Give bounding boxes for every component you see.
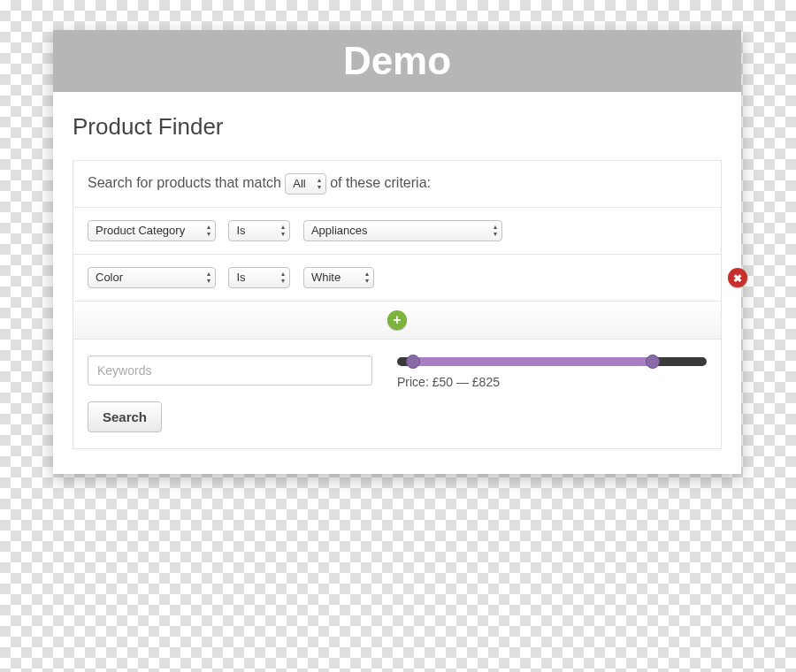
remove-rule-button[interactable] (728, 268, 747, 287)
chevron-updown-icon (207, 271, 210, 285)
criteria-prefix: Search for products that match (88, 175, 281, 190)
rule-value-value: Appliances (311, 224, 368, 237)
rule-row: Color Is White (73, 255, 721, 302)
search-button[interactable]: Search (88, 401, 162, 432)
price-slider-handle-min[interactable] (406, 355, 420, 369)
add-rule-button[interactable] (387, 310, 407, 330)
rule-field-select[interactable]: Product Category (88, 220, 216, 241)
chevron-updown-icon (281, 271, 285, 285)
rule-row: Product Category Is Appliances (73, 208, 721, 255)
criteria-suffix: of these criteria: (330, 175, 431, 190)
price-slider-range (413, 357, 653, 366)
rule-value-select[interactable]: White (303, 267, 374, 288)
price-label: Price: £50 — £825 (397, 375, 707, 389)
rule-field-select[interactable]: Color (88, 267, 216, 288)
rule-op-value: Is (236, 271, 245, 284)
rule-value-value: White (311, 271, 341, 284)
rule-op-select[interactable]: Is (228, 220, 290, 241)
rule-field-value: Color (96, 271, 123, 284)
chevron-updown-icon (281, 224, 285, 238)
chevron-updown-icon (207, 224, 210, 238)
app-window: Demo Product Finder Search for products … (53, 30, 741, 474)
criteria-header-row: Search for products that match All of th… (73, 161, 721, 208)
rule-op-value: Is (236, 224, 245, 237)
keywords-input[interactable] (88, 355, 372, 386)
chevron-updown-icon (318, 177, 321, 191)
match-mode-value: All (293, 177, 305, 190)
keywords-column: Search (88, 355, 372, 432)
add-rule-row (73, 302, 721, 340)
rule-field-value: Product Category (96, 224, 185, 237)
page-title: Product Finder (73, 113, 722, 141)
chevron-updown-icon (365, 271, 369, 285)
price-slider-handle-max[interactable] (646, 355, 660, 369)
match-mode-select[interactable]: All (285, 173, 325, 195)
price-column: Price: £50 — £825 (397, 355, 707, 432)
bottom-row: Search Price: £50 — £825 (73, 340, 721, 448)
rule-op-select[interactable]: Is (228, 267, 290, 288)
window-titlebar: Demo (53, 30, 741, 92)
chevron-updown-icon (494, 224, 497, 238)
content-area: Product Finder Search for products that … (53, 92, 741, 474)
price-slider[interactable] (397, 357, 707, 366)
window-title: Demo (343, 39, 451, 82)
filter-panel: Search for products that match All of th… (73, 160, 722, 449)
rule-value-select[interactable]: Appliances (303, 220, 502, 241)
